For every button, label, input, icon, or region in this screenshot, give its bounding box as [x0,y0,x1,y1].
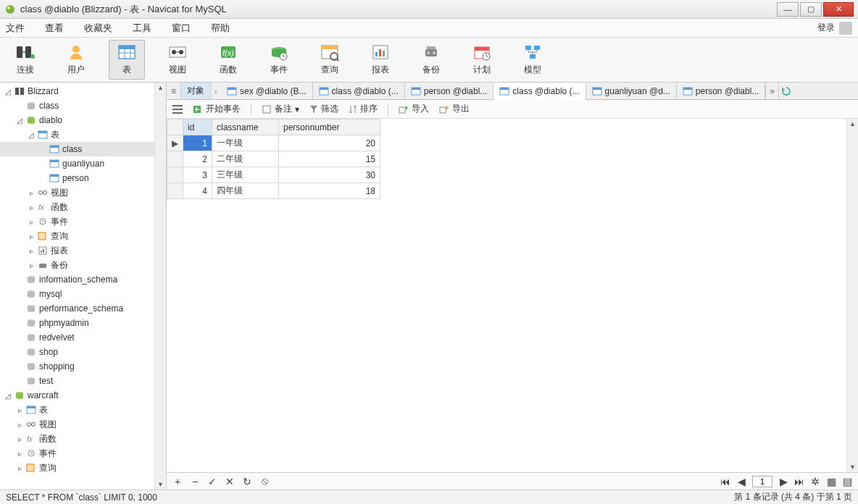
cell-id[interactable]: 2 [183,151,212,167]
tree-db-information_schema[interactable]: information_schema [0,272,154,287]
tab-1[interactable]: class @diablo (... [313,83,405,99]
toolbar-connection-button[interactable]: 连接 [7,41,43,79]
begin-transaction-button[interactable]: 开始事务 [193,103,241,115]
first-page-button[interactable]: ⏮ [720,476,730,487]
expand-icon[interactable]: ▹ [28,232,35,240]
close-button[interactable]: ✕ [823,2,854,17]
toolbar-user-button[interactable]: 用户 [58,41,94,79]
tab-4[interactable]: guanliyuan @d... [586,83,677,99]
tree-connection-blizzard[interactable]: ◿Blizzard [0,84,154,98]
commit-button[interactable]: ✓ [207,476,217,487]
page-input[interactable] [752,476,772,487]
add-row-button[interactable]: + [172,476,183,487]
expand-icon[interactable]: ▹ [16,464,23,472]
tab-objects[interactable]: 对象 [181,83,211,99]
refresh-button[interactable]: ↻ [242,476,252,487]
tree-connection-warcraft[interactable]: ◿warcraft [0,388,154,403]
maximize-button[interactable]: ▢ [800,2,822,17]
tab-3[interactable]: class @diablo (... [493,83,586,100]
tree-table-person[interactable]: person [0,171,154,185]
sidebar-scrollbar[interactable]: ▲ ▼ [154,83,166,490]
login-link[interactable]: 登录 [817,22,835,34]
tree-folder-5[interactable]: ▹备份 [0,258,154,272]
tree-db-redvelvet[interactable]: redvelvet [0,330,154,345]
tree-db-class[interactable]: class [0,98,154,113]
menu-favorites[interactable]: 收藏夹 [84,22,112,35]
menu-view[interactable]: 查看 [45,22,64,35]
expand-icon[interactable]: ◿ [16,117,23,125]
cell-personnumber[interactable]: 18 [279,183,380,199]
tree-wc-4[interactable]: ▹查询 [0,461,154,475]
cell-personnumber[interactable]: 30 [279,167,380,183]
toolbar-backup-button[interactable]: 备份 [413,41,449,79]
cell-id[interactable]: 1 [183,135,212,151]
cell-personnumber[interactable]: 20 [279,135,380,151]
tree-folder-2[interactable]: ▹事件 [0,214,154,229]
toolbar-event-button[interactable]: 事件 [261,41,297,79]
tree-db-test[interactable]: test [0,374,154,388]
minimize-button[interactable]: — [777,2,799,17]
scroll-up-icon[interactable]: ▲ [847,119,858,129]
expand-icon[interactable]: ▹ [16,406,23,414]
tree-wc-1[interactable]: ▹视图 [0,417,154,432]
scroll-down-icon[interactable]: ▼ [847,462,858,472]
tab-0[interactable]: sex @diablo (B... [221,83,313,99]
grid-view-icon[interactable]: ▦ [826,476,836,487]
hamburger-icon[interactable] [172,105,183,114]
cell-id[interactable]: 4 [183,183,212,199]
data-grid[interactable]: idclassnamepersonnumber▶1一年级202二年级153三年级… [167,119,380,199]
cell-id[interactable]: 3 [183,167,212,183]
next-page-button[interactable]: ▶ [778,476,788,487]
settings-icon[interactable]: ✲ [810,476,820,487]
cell-personnumber[interactable]: 15 [279,151,380,167]
tree-folder-3[interactable]: ▹查询 [0,229,154,243]
note-button[interactable]: 备注 ▾ [262,103,299,115]
tree-folder-4[interactable]: ▹报表 [0,243,154,258]
scroll-down-icon[interactable]: ▼ [155,479,166,490]
row-selector[interactable] [167,183,183,199]
tree-db-phpmyadmin[interactable]: phpmyadmin [0,316,154,330]
tab-menu-icon[interactable]: ≡ [167,83,181,99]
tree-wc-2[interactable]: ▹fx函数 [0,432,154,446]
cell-classname[interactable]: 一年级 [212,135,279,151]
row-selector[interactable]: ▶ [167,135,183,151]
cell-classname[interactable]: 四年级 [212,183,279,199]
row-selector[interactable] [167,151,183,167]
tree-folder-0[interactable]: ▹视图 [0,185,154,200]
tree-wc-3[interactable]: ▹事件 [0,446,154,461]
expand-icon[interactable]: ◿ [4,392,12,400]
tab-2[interactable]: person @diabl... [405,83,494,99]
import-button[interactable]: 导入 [399,103,429,115]
tab-5[interactable]: person @diabl... [677,83,766,99]
tree-wc-0[interactable]: ▹表 [0,403,154,417]
tab-refresh-icon[interactable] [778,83,793,99]
expand-icon[interactable]: ▹ [28,203,35,211]
tree-db-shopping[interactable]: shopping [0,359,154,374]
toolbar-model-button[interactable]: 模型 [515,41,551,79]
toolbar-function-button[interactable]: f(x)函数 [210,41,246,79]
prev-page-button[interactable]: ◀ [736,476,746,487]
col-header-personnumber[interactable]: personnumber [279,119,380,135]
tree-table-class[interactable]: class [0,142,154,156]
table-row[interactable]: 4四年级18 [167,183,380,199]
menu-help[interactable]: 帮助 [211,22,230,35]
tree-folder-1[interactable]: ▹fx函数 [0,200,154,214]
expand-icon[interactable]: ▹ [28,218,35,226]
toolbar-table-button[interactable]: 表 [109,40,145,80]
expand-icon[interactable]: ▹ [16,450,23,458]
table-row[interactable]: 3三年级30 [167,167,380,183]
tree-db-performance_schema[interactable]: performance_schema [0,301,154,316]
last-page-button[interactable]: ⏭ [794,476,804,487]
expand-icon[interactable]: ◿ [28,131,35,139]
menu-file[interactable]: 文件 [6,22,25,35]
table-row[interactable]: ▶1一年级20 [167,135,380,151]
tab-more-button[interactable]: » [765,83,778,99]
expand-icon[interactable]: ◿ [4,88,12,96]
expand-icon[interactable]: ▹ [16,421,23,429]
avatar-icon[interactable] [839,22,852,35]
export-button[interactable]: 导出 [439,103,470,115]
toolbar-report-button[interactable]: 报表 [362,41,399,79]
tree-db-mysql[interactable]: mysql [0,287,154,301]
stop-button[interactable]: ⦸ [259,475,270,487]
menu-tools[interactable]: 工具 [133,22,151,35]
